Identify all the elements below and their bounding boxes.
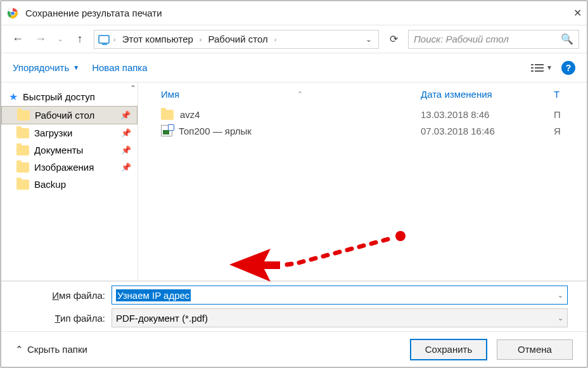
breadcrumb-root[interactable]: Этот компьютер <box>118 34 197 44</box>
chevron-up-icon: ⌃ <box>15 344 23 355</box>
sidebar-item-downloads[interactable]: Загрузки 📌 <box>1 124 137 141</box>
pin-icon: 📌 <box>121 145 131 155</box>
search-placeholder: Поиск: Рабочий стол <box>414 34 561 44</box>
column-headers: Имя ⌃ Дата изменения Т <box>138 82 587 107</box>
window-title: Сохранение результата печати <box>25 8 556 18</box>
search-input[interactable]: Поиск: Рабочий стол 🔍 <box>408 30 579 49</box>
svg-rect-7 <box>531 70 534 72</box>
sort-ascending-icon: ⌃ <box>297 90 303 98</box>
svg-rect-4 <box>535 64 544 65</box>
chrome-icon <box>6 7 19 20</box>
titlebar: Сохранение результата печати ✕ <box>1 1 587 25</box>
save-fields: Имя файла: Узнаем IP адрес ⌄ Тип файла: … <box>1 281 587 331</box>
help-button[interactable]: ? <box>561 61 575 75</box>
folder-icon <box>16 162 29 173</box>
folder-icon <box>17 110 30 121</box>
svg-point-2 <box>11 11 15 15</box>
search-icon[interactable]: 🔍 <box>561 33 573 45</box>
hide-folders-toggle[interactable]: ⌃ Скрыть папки <box>15 344 87 355</box>
sidebar-quick-access[interactable]: ★ Быстрый доступ <box>1 88 137 106</box>
new-folder-button[interactable]: Новая папка <box>92 62 147 73</box>
svg-rect-8 <box>535 70 544 72</box>
sidebar-item-pictures[interactable]: Изображения 📌 <box>1 159 137 176</box>
this-pc-icon <box>97 33 111 46</box>
sidebar: ⌃ ★ Быстрый доступ Рабочий стол 📌 Загруз… <box>1 82 138 280</box>
excel-shortcut-icon <box>161 125 172 136</box>
svg-rect-5 <box>531 67 534 69</box>
dialog-body: ⌃ ★ Быстрый доступ Рабочий стол 📌 Загруз… <box>1 82 587 281</box>
svg-rect-6 <box>535 67 544 69</box>
filename-label: Имя файла: <box>8 290 105 301</box>
filename-value: Узнаем IP адрес <box>116 289 191 301</box>
chevron-down-icon: ▼ <box>73 64 79 71</box>
filetype-value: PDF-документ (*.pdf) <box>116 313 208 324</box>
pin-icon: 📌 <box>120 110 131 120</box>
chevron-down-icon[interactable]: ⌄ <box>558 291 563 299</box>
dialog-footer: ⌃ Скрыть папки Сохранить Отмена <box>1 331 587 367</box>
folder-icon <box>16 128 29 138</box>
pin-icon: 📌 <box>121 128 131 138</box>
scroll-up-icon[interactable]: ⌃ <box>130 84 136 93</box>
breadcrumb-dropdown[interactable]: ⌄ <box>362 35 376 44</box>
list-item[interactable]: avz4 13.03.2018 8:46 П <box>138 107 587 122</box>
list-item[interactable]: Топ200 — ярлык 07.03.2018 16:46 Я <box>138 122 587 139</box>
organize-button[interactable]: Упорядочить ▼ <box>13 62 79 73</box>
save-button[interactable]: Сохранить <box>411 339 487 360</box>
breadcrumb-current[interactable]: Рабочий стол <box>205 34 272 44</box>
sidebar-item-desktop[interactable]: Рабочий стол 📌 <box>1 106 137 124</box>
svg-rect-3 <box>531 64 534 65</box>
back-button[interactable]: ← <box>9 30 27 48</box>
sidebar-item-documents[interactable]: Документы 📌 <box>1 141 137 159</box>
folder-icon <box>161 110 174 120</box>
chevron-down-icon: ▼ <box>546 64 553 71</box>
filetype-select[interactable]: PDF-документ (*.pdf) ⌄ <box>112 308 568 327</box>
save-dialog-window: Сохранение результата печати ✕ ← → ⌄ ↑ ›… <box>0 0 588 368</box>
chevron-right-icon[interactable]: › <box>198 36 203 43</box>
chevron-right-icon[interactable]: › <box>112 36 117 43</box>
column-date[interactable]: Дата изменения <box>421 89 554 100</box>
filename-input[interactable]: Узнаем IP адрес ⌄ <box>112 286 568 305</box>
chevron-right-icon[interactable]: › <box>273 36 278 43</box>
cancel-button[interactable]: Отмена <box>497 339 573 360</box>
file-list: Имя ⌃ Дата изменения Т avz4 13.03.2018 8… <box>138 82 587 280</box>
forward-button: → <box>32 30 49 48</box>
folder-icon <box>16 180 29 190</box>
breadcrumb[interactable]: › Этот компьютер › Рабочий стол › ⌄ <box>94 30 379 49</box>
history-dropdown[interactable]: ⌄ <box>54 30 66 48</box>
navbar: ← → ⌄ ↑ › Этот компьютер › Рабочий стол … <box>1 25 587 53</box>
star-icon: ★ <box>9 91 18 103</box>
column-type[interactable]: Т <box>554 89 579 100</box>
chevron-down-icon[interactable]: ⌄ <box>558 314 563 322</box>
pin-icon: 📌 <box>121 162 131 172</box>
sidebar-item-backup[interactable]: Backup <box>1 176 137 193</box>
toolbar: Упорядочить ▼ Новая папка ▼ ? <box>1 53 587 82</box>
folder-icon <box>16 145 29 155</box>
up-button[interactable]: ↑ <box>71 30 89 48</box>
close-icon[interactable]: ✕ <box>556 7 582 19</box>
view-mode-button[interactable]: ▼ <box>531 63 553 73</box>
column-name[interactable]: Имя ⌃ <box>161 89 421 100</box>
refresh-button[interactable]: ⟳ <box>384 33 403 45</box>
filetype-label: Тип файла: <box>8 313 105 324</box>
